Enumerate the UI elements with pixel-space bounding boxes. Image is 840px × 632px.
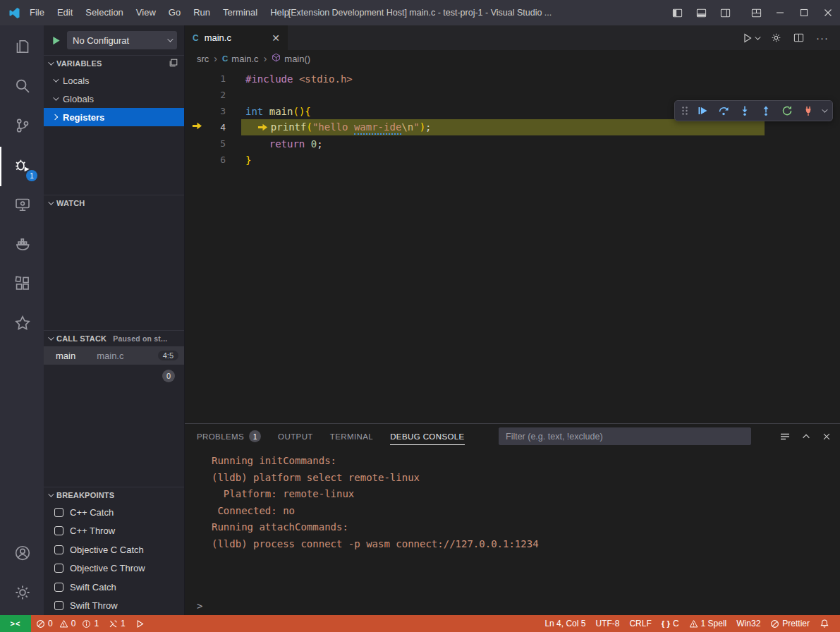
breakpoint-row[interactable]: Objective C Throw xyxy=(44,559,184,578)
more-actions-icon[interactable]: ··· xyxy=(816,32,829,44)
panel-tab-problems[interactable]: PROBLEMS1 xyxy=(197,424,261,449)
sidebar-item-favorites[interactable] xyxy=(0,305,44,344)
variables-item-globals[interactable]: Globals xyxy=(44,90,184,108)
step-into-button[interactable] xyxy=(735,102,754,120)
breadcrumb-symbol[interactable]: main() xyxy=(272,53,310,64)
step-over-button[interactable] xyxy=(714,102,733,120)
language-mode[interactable]: { } C xyxy=(657,615,684,632)
minimize-button[interactable] xyxy=(768,0,792,25)
breakpoint-row[interactable]: C++ Catch xyxy=(44,503,184,522)
breakpoint-row[interactable]: Objective C Catch xyxy=(44,540,184,559)
sidebar-item-extensions[interactable] xyxy=(0,265,44,305)
step-out-button[interactable] xyxy=(756,102,775,120)
gutter[interactable]: 1 xyxy=(185,73,226,84)
tab-main-c[interactable]: C main.c ✕ xyxy=(185,25,288,50)
breakpoint-row[interactable]: Swift Catch xyxy=(44,578,184,597)
cursor-position[interactable]: Ln 4, Col 5 xyxy=(540,615,590,632)
debug-config-dropdown[interactable]: No Configurat xyxy=(67,31,177,49)
panel-tab-debug-console[interactable]: DEBUG CONSOLE xyxy=(390,424,465,449)
debug-console-input[interactable]: > xyxy=(185,596,840,615)
toggle-sidebar-icon[interactable] xyxy=(665,0,689,25)
breakpoint-row[interactable]: C++ Throw xyxy=(44,522,184,541)
code-line-6[interactable]: 6} xyxy=(185,152,840,168)
close-panel-icon[interactable] xyxy=(822,432,832,442)
close-tab-icon[interactable]: ✕ xyxy=(272,33,280,43)
code-token: #include xyxy=(245,73,293,85)
menu-selection[interactable]: Selection xyxy=(79,0,129,25)
menu-run[interactable]: Run xyxy=(187,0,217,25)
continue-button[interactable] xyxy=(693,102,712,120)
call-stack-frame[interactable]: mainmain.c4:5 xyxy=(44,346,184,365)
toolbar-drag-handle[interactable] xyxy=(679,102,690,120)
debug-session-dropdown-icon[interactable] xyxy=(820,102,828,120)
sidebar-item-remote-explorer[interactable] xyxy=(0,186,44,226)
menu-go[interactable]: Go xyxy=(162,0,187,25)
panel-tab-terminal[interactable]: TERMINAL xyxy=(330,424,373,449)
start-debug-button[interactable] xyxy=(51,35,61,46)
customize-layout-icon[interactable] xyxy=(744,0,768,25)
code-line-1[interactable]: 1#include <stdio.h> xyxy=(185,71,840,87)
gutter[interactable]: 5 xyxy=(185,138,226,149)
disconnect-button[interactable] xyxy=(798,102,817,120)
toolchain-status[interactable]: 1 xyxy=(104,615,130,632)
sidebar-item-source-control[interactable] xyxy=(0,107,44,147)
eol-sequence[interactable]: CRLF xyxy=(624,615,656,632)
console-filter-input[interactable] xyxy=(499,427,751,445)
line-number: 1 xyxy=(220,73,226,84)
breakpoint-checkbox[interactable] xyxy=(54,564,63,573)
restart-button[interactable] xyxy=(777,102,796,120)
sidebar-item-search[interactable] xyxy=(0,68,44,107)
menu-edit[interactable]: Edit xyxy=(51,0,79,25)
remote-indicator[interactable]: >< xyxy=(0,615,31,632)
formatter-status[interactable]: Prettier xyxy=(765,615,815,632)
code-line-5[interactable]: 5 return 0; xyxy=(185,135,840,152)
sidebar-item-settings[interactable] xyxy=(0,574,44,614)
toggle-secondary-sidebar-icon[interactable] xyxy=(713,0,737,25)
spell-checker-status[interactable]: 1 Spell xyxy=(684,615,732,632)
watch-header[interactable]: WATCH xyxy=(44,195,184,211)
code-editor[interactable]: 1#include <stdio.h>23int main(){4 printf… xyxy=(185,67,840,423)
breadcrumb-folder[interactable]: src xyxy=(197,54,209,64)
breakpoint-checkbox[interactable] xyxy=(54,526,63,535)
variables-header[interactable]: VARIABLES xyxy=(44,56,184,71)
variables-item-registers[interactable]: Registers xyxy=(44,108,184,126)
variables-item-locals[interactable]: Locals xyxy=(44,71,184,90)
breakpoint-row[interactable]: Swift Throw xyxy=(44,597,184,616)
debug-console-output[interactable]: Running initCommands:(lldb) platform sel… xyxy=(185,449,840,596)
breadcrumb-file[interactable]: C main.c xyxy=(222,54,259,64)
gutter[interactable]: 4 xyxy=(185,122,226,133)
breakpoint-checkbox[interactable] xyxy=(54,508,63,517)
gutter[interactable]: 6 xyxy=(185,154,226,165)
sidebar-item-run-and-debug[interactable]: 1 xyxy=(0,147,44,186)
close-button[interactable] xyxy=(816,0,840,25)
console-settings-icon[interactable] xyxy=(779,431,791,442)
run-or-debug-button[interactable] xyxy=(742,32,759,44)
maximize-button[interactable] xyxy=(792,0,816,25)
launch-settings-icon[interactable] xyxy=(771,32,781,43)
sidebar-item-docker[interactable] xyxy=(0,226,44,265)
platform-status[interactable]: Win32 xyxy=(731,615,765,632)
open-panel-icon[interactable] xyxy=(169,58,178,69)
breakpoint-checkbox[interactable] xyxy=(54,601,63,610)
gutter[interactable]: 3 xyxy=(185,106,226,116)
maximize-panel-icon[interactable] xyxy=(801,432,811,442)
menu-view[interactable]: View xyxy=(130,0,162,25)
notifications-bell-icon[interactable] xyxy=(815,615,834,632)
sidebar-item-explorer[interactable] xyxy=(0,28,44,68)
panel-tab-output[interactable]: OUTPUT xyxy=(278,424,313,449)
split-editor-icon[interactable] xyxy=(793,32,804,43)
gutter[interactable]: 2 xyxy=(185,90,226,100)
code-line-4[interactable]: 4 printf("hello wamr-ide\n"); xyxy=(185,119,840,135)
menu-file[interactable]: File xyxy=(23,0,51,25)
debug-status[interactable] xyxy=(130,615,150,632)
toggle-panel-icon[interactable] xyxy=(689,0,713,25)
frame-position-badge: 4:5 xyxy=(158,351,178,360)
breakpoints-header[interactable]: BREAKPOINTS xyxy=(44,487,184,503)
breakpoint-checkbox[interactable] xyxy=(54,545,63,554)
sidebar-item-accounts[interactable] xyxy=(0,535,44,574)
problems-status[interactable]: 0 0 1 xyxy=(31,615,104,632)
call-stack-header[interactable]: CALL STACK Paused on st... xyxy=(44,331,184,346)
menu-terminal[interactable]: Terminal xyxy=(217,0,264,25)
encoding[interactable]: UTF-8 xyxy=(590,615,624,632)
breakpoint-checkbox[interactable] xyxy=(54,583,63,592)
